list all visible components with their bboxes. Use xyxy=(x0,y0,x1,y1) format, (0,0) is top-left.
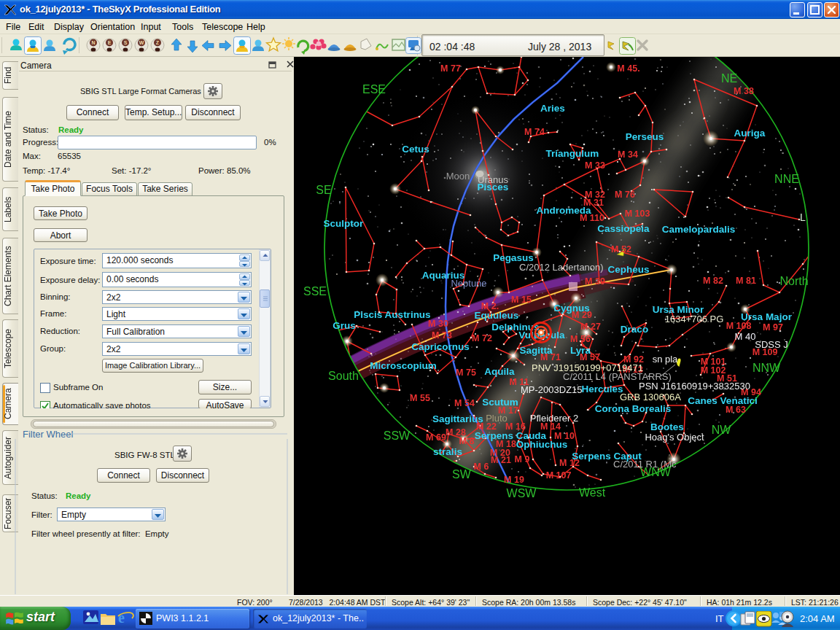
svg-text:M 63: M 63 xyxy=(726,405,746,415)
svg-text:M 54: M 54 xyxy=(454,398,475,408)
svg-text:M 69: M 69 xyxy=(426,432,446,443)
svg-text:M 10: M 10 xyxy=(554,431,575,441)
svg-text:SW: SW xyxy=(452,468,472,481)
svg-text:M 2.: M 2. xyxy=(481,301,499,311)
svg-text:M 74: M 74 xyxy=(524,127,545,137)
svg-text:M 81: M 81 xyxy=(736,276,756,286)
svg-text:SE: SE xyxy=(316,184,331,196)
svg-text:Equuleus: Equuleus xyxy=(475,310,519,321)
svg-text:Z: Z xyxy=(156,40,160,45)
svg-text:M 107: M 107 xyxy=(546,470,572,481)
svg-text:M 27: M 27 xyxy=(580,322,601,332)
svg-text:Corona Borealis: Corona Borealis xyxy=(595,403,671,414)
svg-text:MP-2003DZ15: MP-2003DZ15 xyxy=(521,384,583,395)
svg-text:L: L xyxy=(800,211,806,223)
svg-text:M 21: M 21 xyxy=(491,455,511,465)
svg-text:PSN J16160919+3832530: PSN J16160919+3832530 xyxy=(639,381,750,392)
svg-text:M 73: M 73 xyxy=(432,330,452,341)
svg-text:Cepheus: Cepheus xyxy=(607,264,649,275)
svg-text:M 75: M 75 xyxy=(456,368,476,378)
svg-text:M 52: M 52 xyxy=(611,244,631,254)
svg-text:Grus: Grus xyxy=(332,320,356,331)
svg-text:M 16: M 16 xyxy=(505,421,526,432)
svg-text:e: e xyxy=(118,610,125,626)
svg-text:West: West xyxy=(579,486,606,499)
svg-text:Auriga: Auriga xyxy=(734,128,766,139)
svg-text:GRB 130606A: GRB 130606A xyxy=(620,392,681,402)
svg-text:M 18: M 18 xyxy=(496,439,516,449)
svg-text:Microscopium: Microscopium xyxy=(370,360,437,371)
svg-text:S: S xyxy=(124,40,128,45)
svg-text:M 56: M 56 xyxy=(570,334,591,344)
svg-text:Cassiopeia: Cassiopeia xyxy=(597,223,650,234)
svg-text:M 9: M 9 xyxy=(515,454,530,464)
svg-text:Camelopardalis: Camelopardalis xyxy=(662,224,736,235)
svg-text:SDSS J: SDSS J xyxy=(755,339,788,350)
svg-text:stralis: stralis xyxy=(433,446,462,457)
svg-text:M 12: M 12 xyxy=(559,458,580,468)
svg-text:North: North xyxy=(779,275,808,287)
svg-text:M 71: M 71 xyxy=(540,352,561,362)
svg-text:M 15: M 15 xyxy=(511,295,532,305)
svg-text:NE: NE xyxy=(721,72,737,85)
svg-text:M 29: M 29 xyxy=(572,310,592,320)
svg-text:M 57: M 57 xyxy=(580,352,600,362)
svg-text:Pluto: Pluto xyxy=(486,413,508,424)
svg-text:Aquila: Aquila xyxy=(484,366,515,377)
svg-text:E: E xyxy=(108,40,112,45)
svg-text:M 76: M 76 xyxy=(615,190,635,200)
svg-text:M 34: M 34 xyxy=(618,149,638,160)
svg-text:Capricornus: Capricornus xyxy=(411,341,470,352)
svg-text:Draco: Draco xyxy=(621,324,648,335)
svg-text:M 110: M 110 xyxy=(580,213,604,223)
svg-text:Piscis Austrinus: Piscis Austrinus xyxy=(354,309,430,320)
svg-text:Perseus: Perseus xyxy=(626,131,664,142)
svg-text:M 8: M 8 xyxy=(459,436,475,446)
svg-text:NNE: NNE xyxy=(774,173,799,185)
svg-text:SSW: SSW xyxy=(384,429,411,442)
svg-text:Aries: Aries xyxy=(540,103,565,114)
svg-text:WSW: WSW xyxy=(507,487,537,499)
svg-text:Pfleiderer 2: Pfleiderer 2 xyxy=(530,413,578,424)
svg-text:Neptune: Neptune xyxy=(451,278,486,289)
svg-text:M 31: M 31 xyxy=(583,198,604,208)
svg-text:Hoag's Object: Hoag's Object xyxy=(645,432,704,443)
svg-text:SSE: SSE xyxy=(303,285,327,298)
svg-text:1634+706 PG: 1634+706 PG xyxy=(665,314,724,324)
svg-text:M 45.: M 45. xyxy=(617,63,639,74)
svg-text:N: N xyxy=(91,40,95,45)
svg-text:Moon: Moon xyxy=(446,171,470,182)
svg-text:M 55: M 55 xyxy=(410,393,430,403)
svg-text:M 38: M 38 xyxy=(734,86,754,96)
svg-text:M 97: M 97 xyxy=(763,322,783,332)
svg-text:M 30: M 30 xyxy=(428,319,448,329)
svg-text:M 103: M 103 xyxy=(625,209,650,219)
svg-text:M 6: M 6 xyxy=(474,462,489,472)
svg-text:NW: NW xyxy=(712,424,732,436)
svg-text:M 77: M 77 xyxy=(440,63,461,74)
svg-text:M 33: M 33 xyxy=(585,160,605,171)
svg-text:Cetus: Cetus xyxy=(402,144,429,155)
svg-text:sn pla: sn pla xyxy=(653,354,678,365)
svg-text:C/2011 R1 (Mc: C/2011 R1 (Mc xyxy=(613,459,677,470)
svg-text:NNW: NNW xyxy=(752,362,781,374)
svg-text:M 108: M 108 xyxy=(726,321,752,331)
svg-text:M 72: M 72 xyxy=(472,333,492,343)
svg-text:Hercules: Hercules xyxy=(581,384,623,394)
svg-text:W: W xyxy=(139,40,144,45)
svg-text:Bootes: Bootes xyxy=(650,421,684,432)
svg-text:M 40: M 40 xyxy=(735,331,756,342)
svg-text:Triangulum: Triangulum xyxy=(546,148,599,159)
svg-text:Sculptor: Sculptor xyxy=(324,218,364,229)
svg-text:M 19: M 19 xyxy=(504,475,524,485)
svg-text:ESE: ESE xyxy=(362,83,386,96)
svg-text:M 82: M 82 xyxy=(703,276,723,286)
svg-text:PNV J19150199+0719471: PNV J19150199+0719471 xyxy=(532,362,643,373)
svg-text:South: South xyxy=(328,370,359,382)
svg-text:M 39: M 39 xyxy=(585,276,605,287)
svg-text:C/2012 Ladertanon): C/2012 Ladertanon) xyxy=(519,262,604,273)
svg-text:Uranus: Uranus xyxy=(478,174,508,185)
